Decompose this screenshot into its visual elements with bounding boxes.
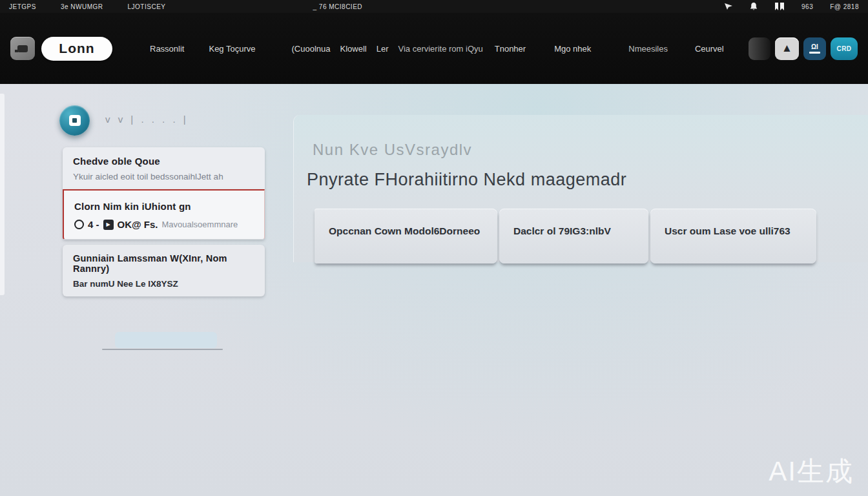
divider-line <box>102 349 223 350</box>
hero-card-3[interactable]: Uscr oum Lase voe ulli763 <box>650 209 816 264</box>
cursor-icon[interactable] <box>724 3 733 10</box>
item-note: Mavoualsoemmnare <box>161 220 238 229</box>
queue-card-subtitle: Ykuir aicled eoit toil bedssonaihlJett a… <box>73 172 254 181</box>
topbar-item-2[interactable]: 3e NWUMGR <box>61 3 103 10</box>
triangle-icon: ▲ <box>781 42 792 55</box>
hero-eyebrow: Nun Kve UsVsraydlv <box>313 141 472 159</box>
nav-actions: ▲ ΩI CRD <box>749 37 858 60</box>
underline-bar-icon <box>809 52 820 54</box>
summary-card-title: Gunniain Lamssman W(XInr, Nom Rannry) <box>73 253 254 274</box>
brand-logo[interactable]: Lonn <box>41 37 112 61</box>
left-edge-strip <box>0 94 5 295</box>
bookmark-icon[interactable] <box>774 3 785 11</box>
app-launcher-button[interactable] <box>10 37 35 60</box>
notification-count: 963 <box>801 3 813 10</box>
hero-card-1[interactable]: Opccnan Cown Modol6Dorneeo <box>315 209 497 264</box>
nav-menu: Rassonlit Keg Toçurve (Cuoolnua Klowell … <box>150 44 724 54</box>
topbar-item-1[interactable]: JETGPS <box>9 3 36 10</box>
item-number: 4 - <box>88 219 99 230</box>
selected-item-detail-row: 4 - ▶ OK@ Fs. Mavoualsoemmnare <box>74 219 254 230</box>
topbar-item-4[interactable]: _ 76 MCI8CIED <box>313 3 363 10</box>
stop-square-icon <box>69 115 81 126</box>
summary-card-subtitle: Bar numU Nee Le IX8YSZ <box>73 279 254 289</box>
topbar-meta: F@ 2818 <box>830 3 859 10</box>
top-utility-bar: JETGPS 3e NWUMGR LJOTISCEY _ 76 MCI8CIED… <box>0 0 868 13</box>
task-card-stack: Chedve oble Qoue Ykuir aicled eoit toil … <box>63 147 265 302</box>
nav-item-4[interactable]: Klowell <box>340 44 367 54</box>
bell-icon[interactable] <box>750 3 758 11</box>
nav-item-7[interactable]: Tnonher <box>495 44 526 54</box>
nav-item-5[interactable]: Ler <box>377 44 389 54</box>
cta-button[interactable]: CRD <box>831 37 858 60</box>
topbar-item-3[interactable]: LJOTISCEY <box>128 3 166 10</box>
ai-watermark: AI生成 <box>769 453 854 490</box>
queue-card-title: Chedve oble Qoue <box>73 156 254 167</box>
radio-circle-icon[interactable] <box>74 220 84 229</box>
nav-item-8[interactable]: Mgo nhek <box>554 44 591 54</box>
item-code: OK@ Fs. <box>118 219 158 230</box>
nav-item-10[interactable]: Ceurvel <box>695 44 724 54</box>
summary-card[interactable]: Gunniain Lamssman W(XInr, Nom Rannry) Ba… <box>63 245 265 296</box>
nav-item-6[interactable]: Via cervierite rom iQyu <box>398 44 482 54</box>
nav-item-9[interactable]: Nmeesiles <box>628 44 668 54</box>
hero-card-2[interactable]: Daclcr ol 79IG3:nlbV <box>499 209 648 264</box>
nav-item-2[interactable]: Keg Toçurve <box>209 44 255 54</box>
workspace-button[interactable]: ΩI <box>803 37 826 60</box>
annotation-marks: v v | . . . . | <box>105 114 189 125</box>
ghost-action-button[interactable] <box>749 37 770 60</box>
selected-item-card[interactable]: Clorn Nim kin iUhiont gn 4 - ▶ OK@ Fs. M… <box>63 189 265 240</box>
aperture-tool-button[interactable]: ▲ <box>775 37 799 60</box>
hero-card-row: Opccnan Cown Modol6Dorneeo Daclcr ol 79I… <box>315 209 816 264</box>
main-navbar: Lonn Rassonlit Keg Toçurve (Cuoolnua Klo… <box>0 13 868 84</box>
nav-item-1[interactable]: Rassonlit <box>150 44 184 54</box>
nav-item-3[interactable]: (Cuoolnua <box>292 44 331 54</box>
workspace-glyph: ΩI <box>811 43 818 50</box>
record-fab-button[interactable] <box>59 105 90 136</box>
queue-card[interactable]: Chedve oble Qoue Ykuir aicled eoit toil … <box>63 147 265 189</box>
page-title: Pnyrate FHorahiitirno Nekd maagemadr <box>307 170 626 190</box>
faded-button[interactable] <box>115 332 217 348</box>
play-badge-icon: ▶ <box>103 220 114 230</box>
camera-icon <box>17 45 28 52</box>
selected-item-title: Clorn Nim kin iUhiont gn <box>74 201 254 212</box>
